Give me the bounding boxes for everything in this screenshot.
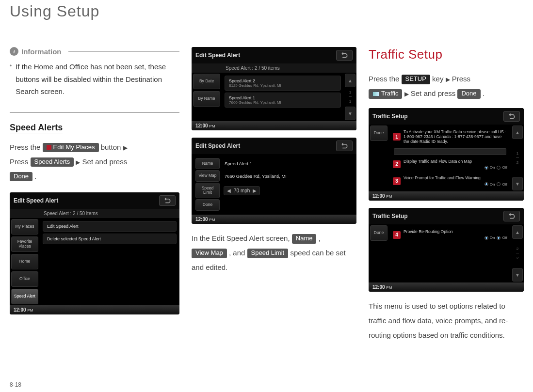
item-subtitle: 8125 Geddes Rd, Ypsilanti, MI — [229, 83, 337, 88]
screenshot-edit-speed-alert-detail: Edit Speed Alert ⮌ Name Speed Alert 1 Vi… — [192, 138, 356, 224]
name-button: Name — [292, 234, 317, 244]
back-icon: ⮌ — [336, 50, 353, 61]
clock-ampm: PM — [209, 218, 215, 222]
list-item: Delete selected Speed Alert — [43, 234, 177, 244]
column-right: Traffic Setup Press the SETUP key ▶ Pres… — [369, 47, 524, 343]
clock-time: 12:00 — [195, 123, 208, 128]
scroll-up-icon: ▲ — [345, 74, 355, 87]
callout-number: 1 — [393, 133, 401, 141]
callout-number: 3 — [393, 177, 401, 185]
play-icon: ▶ — [76, 157, 80, 168]
info-icon: i — [10, 47, 18, 56]
side-tab: Home — [11, 254, 38, 269]
subheading-speed-alerts: Speed Alerts — [10, 123, 63, 134]
side-tab: My Places — [11, 219, 38, 235]
edit-my-places-button: Edit My Places — [43, 143, 99, 153]
traffic-icon — [372, 92, 379, 96]
screenshot-edit-speed-alert-list: Edit Speed Alert ⮌ Speed Alert : 2 / 50 … — [10, 192, 179, 314]
decrease-icon: ◀ — [227, 188, 231, 193]
radio-off: Off — [497, 235, 507, 240]
scroll-up-icon: ▲ — [512, 125, 523, 139]
screenshot-title: Edit Speed Alert — [14, 197, 58, 204]
text-fragment: Press the — [369, 75, 402, 83]
screenshot-subtitle: Speed Alert : 2 / 50 items — [192, 63, 356, 73]
clock-time: 12:00 — [372, 193, 385, 199]
button-label: Edit My Places — [53, 143, 95, 152]
paragraph-mid: In the Edit Speed Alert screen, Name , V… — [192, 231, 356, 275]
text-fragment: Press the — [10, 143, 43, 151]
screenshot-traffic-setup-1: Traffic Setup ⮌ Done 1 To Activate your … — [369, 108, 524, 201]
done-button: Done — [370, 225, 388, 241]
scroll-down-icon: ▼ — [512, 268, 523, 282]
text-fragment: key — [432, 75, 446, 83]
speed-limit-value: 70 mph — [234, 188, 250, 193]
screenshot-subtitle: Speed Alert : 2 / 50 items — [10, 209, 179, 218]
item-title: Speed Alert 2 — [229, 78, 337, 83]
side-tab: Office — [11, 271, 38, 287]
page-number: 8-18 — [10, 381, 21, 388]
traffic-button: Traffic — [369, 89, 402, 99]
side-tab: Favorite Places — [11, 236, 38, 252]
done-button: Done — [10, 172, 32, 182]
clock-ampm: PM — [209, 124, 215, 128]
instructions-traffic: Press the SETUP key ▶ Press Traffic ▶ Se… — [369, 72, 524, 101]
instructions-speed-alerts: Press the Edit My Places button ▶ Press … — [10, 140, 179, 184]
option-text: Voice Prompt for Traffic and Flow Warnin… — [404, 175, 507, 187]
option-text: Provide Re-Routing Option On Off — [404, 229, 507, 240]
list-item: Speed Alert 2 8125 Geddes Rd, Ypsilanti,… — [225, 76, 341, 91]
item-subtitle: 7660 Geddes Rd, Ypsilanti, MI — [229, 100, 337, 105]
setup-key: SETUP — [402, 75, 430, 84]
list-item: Speed Alert 1 7660 Geddes Rd, Ypsilanti,… — [225, 93, 341, 108]
button-label: Traffic — [381, 90, 398, 98]
done-button: Done — [457, 89, 480, 99]
back-icon: ⮌ — [159, 195, 176, 206]
screenshot-traffic-setup-2: Traffic Setup ⮌ Done 4 Provide Re-Routin… — [369, 208, 524, 292]
text-fragment: , and — [229, 249, 247, 257]
text-fragment: Set and press — [411, 89, 458, 97]
name-value: Speed Alert 1 — [222, 161, 353, 166]
radio-on: On — [485, 235, 495, 240]
address-value: 7660 Geddes Rd, Ypsilanti, MI — [222, 173, 353, 179]
scroll-up-icon: ▲ — [512, 225, 523, 239]
play-icon: ▶ — [404, 88, 409, 100]
done-button: Done — [370, 125, 388, 141]
back-icon: ⮌ — [336, 141, 353, 151]
done-button: Done — [195, 199, 220, 210]
info-label: Information — [21, 47, 62, 56]
option-text: Display Traffic and Flow Data on Map On … — [404, 159, 507, 170]
view-map-button: View Map — [195, 170, 220, 181]
back-icon: ⮌ — [503, 111, 520, 122]
speed-limit-button: Speed Limit — [247, 249, 289, 258]
callout-number: 2 — [393, 160, 401, 168]
speed-limit-button: Speed Limit — [195, 183, 220, 199]
radio-off: Off — [497, 165, 507, 170]
paragraph-traffic: This menu is used to set options related… — [369, 299, 524, 343]
page-indicator: 2─2 — [512, 241, 523, 266]
text-fragment: , — [319, 234, 321, 242]
screenshot-title: Traffic Setup — [372, 213, 408, 220]
clock-ampm: PM — [386, 285, 392, 290]
radio-on: On — [485, 165, 495, 170]
page-title: Using Setup — [10, 0, 523, 28]
clock-ampm: PM — [386, 194, 392, 199]
play-icon: ▶ — [446, 74, 450, 85]
info-text: If the Home and Office has not been set,… — [16, 61, 179, 98]
text-fragment: Press — [10, 157, 31, 166]
view-map-button: View Map — [192, 249, 227, 258]
play-icon: ▶ — [123, 142, 128, 154]
divider — [10, 112, 179, 113]
bullet-icon: • — [10, 61, 12, 98]
side-tab-selected: Speed Alert — [11, 289, 38, 304]
side-tab: By Date — [193, 74, 220, 89]
section-title-traffic: Traffic Setup — [369, 47, 524, 62]
screenshot-title: Edit Speed Alert — [195, 52, 240, 59]
column-middle: Edit Speed Alert ⮌ Speed Alert : 2 / 50 … — [192, 47, 356, 343]
screenshot-title: Edit Speed Alert — [195, 142, 240, 149]
input-field — [394, 148, 506, 155]
screenshot-speed-alert-sorted: Edit Speed Alert ⮌ Speed Alert : 2 / 50 … — [192, 47, 356, 130]
page-indicator: 1─1 — [345, 89, 355, 105]
text-fragment: . — [34, 172, 36, 180]
back-icon: ⮌ — [503, 211, 520, 221]
list-item: Edit Speed Alert — [43, 221, 177, 232]
clock-time: 12:00 — [372, 284, 385, 290]
